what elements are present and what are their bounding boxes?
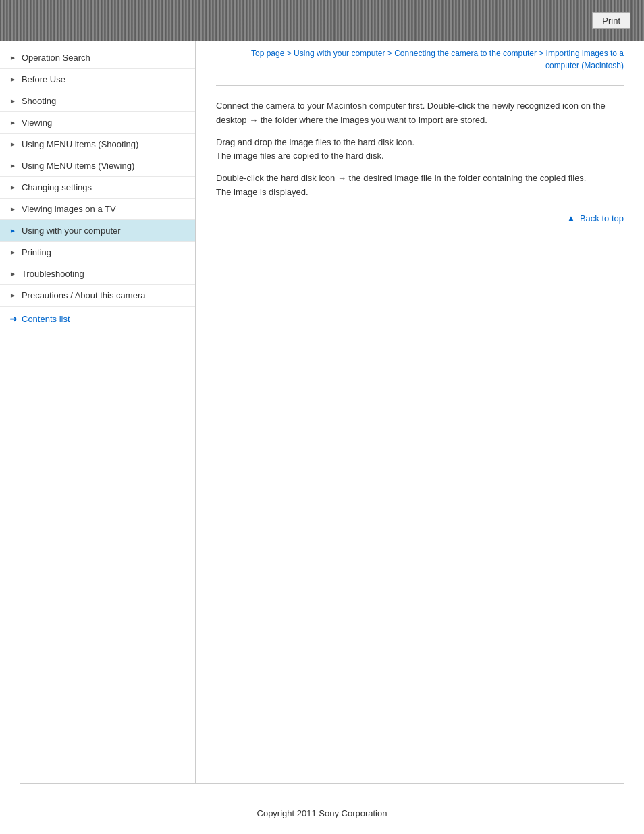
sidebar-label-viewing: Viewing bbox=[22, 118, 52, 128]
content-body: Connect the camera to your Macintosh com… bbox=[216, 99, 624, 200]
sidebar-label-precautions: Precautions / About this camera bbox=[22, 290, 146, 301]
sidebar-item-viewing[interactable]: ► Viewing bbox=[0, 112, 195, 134]
page-number: 128 bbox=[0, 829, 644, 834]
contents-list-arrow-icon: ➜ bbox=[9, 313, 18, 324]
arrow-icon-viewing: ► bbox=[9, 119, 16, 126]
sidebar-label-viewing-images-tv: Viewing images on a TV bbox=[22, 204, 116, 214]
back-to-top-label: Back to top bbox=[580, 213, 624, 224]
arrow-icon-changing-settings: ► bbox=[9, 184, 16, 191]
back-to-top-link[interactable]: ▲ Back to top bbox=[566, 213, 624, 224]
sidebar-label-printing: Printing bbox=[22, 247, 51, 257]
content-paragraph-2-line2: The image files are copied to the hard d… bbox=[216, 151, 384, 161]
sidebar-label-shooting: Shooting bbox=[22, 96, 56, 106]
sidebar-label-using-with-computer: Using with your computer bbox=[22, 226, 121, 236]
breadcrumb-top-page[interactable]: Top page bbox=[251, 49, 284, 58]
sidebar-item-using-with-computer[interactable]: ► Using with your computer bbox=[0, 220, 195, 242]
sidebar-item-printing[interactable]: ► Printing bbox=[0, 242, 195, 263]
main-layout: ► Operation Search ► Before Use ► Shooti… bbox=[0, 41, 644, 783]
arrow-icon-using-menu-viewing: ► bbox=[9, 162, 16, 170]
arrow-icon-using-menu-shooting: ► bbox=[9, 140, 16, 148]
sidebar-item-precautions[interactable]: ► Precautions / About this camera bbox=[0, 285, 195, 307]
breadcrumb-using-computer[interactable]: Using with your computer bbox=[294, 49, 385, 58]
sidebar-item-shooting[interactable]: ► Shooting bbox=[0, 90, 195, 112]
arrow-icon-printing: ► bbox=[9, 249, 16, 256]
copyright-text: Copyright 2011 Sony Corporation bbox=[257, 808, 387, 818]
arrow-icon-before-use: ► bbox=[9, 76, 16, 83]
breadcrumb: Top page > Using with your computer > Co… bbox=[216, 47, 624, 72]
arrow-icon-troubleshooting: ► bbox=[9, 270, 16, 278]
content-paragraph-3-line1: Double-click the hard disk icon → the de… bbox=[216, 173, 586, 183]
breadcrumb-sep1: > bbox=[287, 49, 294, 58]
contents-list-link[interactable]: ➜ Contents list bbox=[0, 307, 195, 331]
content-paragraph-2: Drag and drop the image files to the har… bbox=[216, 136, 624, 164]
sidebar-label-using-menu-viewing: Using MENU items (Viewing) bbox=[22, 161, 134, 171]
breadcrumb-connecting-camera[interactable]: Connecting the camera to the computer bbox=[394, 49, 537, 58]
arrow-icon-using-with-computer: ► bbox=[9, 227, 16, 234]
arrow-icon-shooting: ► bbox=[9, 97, 16, 105]
sidebar-item-using-menu-shooting[interactable]: ► Using MENU items (Shooting) bbox=[0, 134, 195, 155]
sidebar-item-before-use[interactable]: ► Before Use bbox=[0, 69, 195, 90]
back-to-top: ▲ Back to top bbox=[216, 213, 624, 224]
arrow-icon-precautions: ► bbox=[9, 292, 16, 299]
breadcrumb-importing-images[interactable]: Importing images to a computer (Macintos… bbox=[545, 49, 624, 70]
sidebar-label-troubleshooting: Troubleshooting bbox=[22, 269, 84, 279]
print-button[interactable]: Print bbox=[592, 12, 630, 29]
footer-divider bbox=[20, 783, 624, 784]
content-area: Top page > Using with your computer > Co… bbox=[196, 41, 644, 783]
content-paragraph-2-line1: Drag and drop the image files to the har… bbox=[216, 137, 414, 147]
breadcrumb-sep3: > bbox=[539, 49, 545, 58]
sidebar-item-operation-search[interactable]: ► Operation Search bbox=[0, 47, 195, 69]
sidebar-label-before-use: Before Use bbox=[22, 74, 65, 84]
content-divider bbox=[216, 85, 624, 86]
back-to-top-icon: ▲ bbox=[566, 213, 575, 224]
content-paragraph-1: Connect the camera to your Macintosh com… bbox=[216, 99, 624, 128]
sidebar-label-using-menu-shooting: Using MENU items (Shooting) bbox=[22, 139, 138, 149]
footer: Copyright 2011 Sony Corporation bbox=[0, 798, 644, 829]
sidebar-label-operation-search: Operation Search bbox=[22, 53, 90, 63]
arrow-icon-operation-search: ► bbox=[9, 54, 16, 61]
sidebar-item-viewing-images-tv[interactable]: ► Viewing images on a TV bbox=[0, 199, 195, 220]
sidebar-item-changing-settings[interactable]: ► Changing settings bbox=[0, 177, 195, 199]
content-paragraph-3: Double-click the hard disk icon → the de… bbox=[216, 172, 624, 200]
sidebar-item-using-menu-viewing[interactable]: ► Using MENU items (Viewing) bbox=[0, 155, 195, 177]
arrow-icon-viewing-images-tv: ► bbox=[9, 205, 16, 213]
sidebar-label-changing-settings: Changing settings bbox=[22, 182, 92, 192]
header-bar: Print bbox=[0, 0, 644, 41]
sidebar: ► Operation Search ► Before Use ► Shooti… bbox=[0, 41, 196, 783]
breadcrumb-sep2: > bbox=[387, 49, 394, 58]
contents-list-label: Contents list bbox=[22, 314, 70, 324]
content-paragraph-3-line2: The image is displayed. bbox=[216, 187, 308, 197]
sidebar-item-troubleshooting[interactable]: ► Troubleshooting bbox=[0, 263, 195, 285]
